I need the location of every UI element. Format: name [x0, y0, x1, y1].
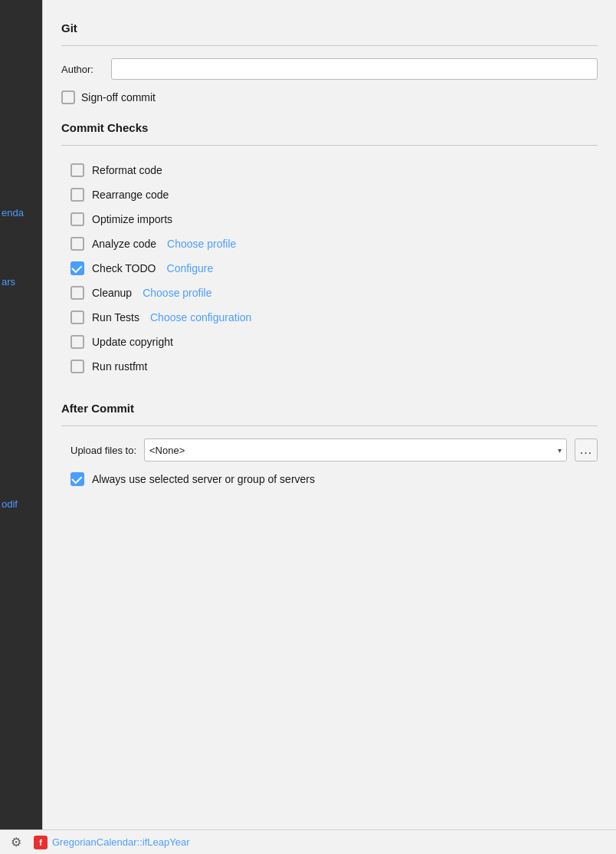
analyze-choose-profile-link[interactable]: Choose profile — [167, 238, 236, 250]
run-rustfmt-checkbox[interactable] — [70, 360, 84, 373]
author-row: Author: — [61, 58, 598, 80]
update-copyright-label: Update copyright — [92, 336, 173, 348]
always-use-checkbox[interactable] — [70, 472, 84, 486]
git-divider — [61, 45, 598, 46]
rearrange-checkbox[interactable] — [70, 188, 84, 202]
check-item-check-todo: Check TODO Configure — [61, 256, 598, 281]
cleanup-label: Cleanup — [92, 287, 132, 299]
git-commit-dialog: Git Author: Sign-off commit Commit Check… — [42, 0, 616, 854]
check-item-run-rustfmt: Run rustfmt — [61, 354, 598, 379]
rearrange-label: Rearrange code — [92, 189, 169, 201]
upload-files-row: Upload files to: <None> ▾ ... — [61, 438, 598, 461]
function-name: GregorianCalendar::ifLeapYear — [52, 836, 189, 848]
check-item-reformat: Reformat code — [61, 158, 598, 182]
check-item-rearrange: Rearrange code — [61, 182, 598, 207]
author-label: Author: — [61, 64, 103, 75]
check-todo-label: Check TODO — [92, 262, 156, 274]
sidebar-text-3: odif — [2, 498, 18, 510]
after-commit-section: After Commit Upload files to: <None> ▾ .… — [61, 402, 598, 486]
reformat-checkbox[interactable] — [70, 163, 84, 177]
always-use-row: Always use selected server or group of s… — [61, 472, 598, 486]
upload-select[interactable]: <None> ▾ — [144, 438, 567, 461]
chevron-down-icon: ▾ — [558, 446, 562, 455]
run-tests-label: Run Tests — [92, 311, 139, 324]
gear-icon[interactable]: ⚙ — [8, 834, 25, 851]
check-todo-configure-link[interactable]: Configure — [167, 262, 214, 274]
always-use-label: Always use selected server or group of s… — [92, 473, 315, 485]
check-item-cleanup: Cleanup Choose profile — [61, 281, 598, 305]
analyze-label: Analyze code — [92, 238, 156, 250]
commit-checks-title: Commit Checks — [61, 121, 598, 134]
author-input[interactable] — [111, 58, 598, 80]
git-section-title: Git — [61, 21, 598, 34]
signoff-row: Sign-off commit — [61, 90, 598, 104]
signoff-checkbox[interactable] — [61, 90, 75, 104]
reformat-label: Reformat code — [92, 164, 162, 176]
check-item-update-copyright: Update copyright — [61, 330, 598, 354]
sidebar-background: enda ars odif — [0, 0, 42, 854]
signoff-label: Sign-off commit — [81, 91, 156, 103]
check-item-analyze: Analyze code Choose profile — [61, 232, 598, 256]
optimize-label: Optimize imports — [92, 213, 172, 225]
cleanup-choose-profile-link[interactable]: Choose profile — [143, 287, 211, 299]
update-copyright-checkbox[interactable] — [70, 335, 84, 349]
check-todo-checkbox[interactable] — [70, 261, 84, 275]
status-bar: ⚙ f GregorianCalendar::ifLeapYear — [0, 829, 616, 854]
cleanup-checkbox[interactable] — [70, 286, 84, 300]
after-commit-title: After Commit — [61, 402, 598, 415]
sidebar-text-1: enda — [2, 207, 24, 218]
upload-label: Upload files to: — [70, 445, 136, 456]
sidebar-text-2: ars — [2, 276, 15, 287]
analyze-checkbox[interactable] — [70, 237, 84, 251]
run-tests-checkbox[interactable] — [70, 310, 84, 324]
check-item-optimize: Optimize imports — [61, 207, 598, 232]
gear-icon-glyph: ⚙ — [11, 835, 21, 849]
commit-checks-divider — [61, 145, 598, 146]
function-info: f GregorianCalendar::ifLeapYear — [34, 836, 189, 849]
run-tests-choose-config-link[interactable]: Choose configuration — [150, 311, 251, 324]
upload-dots-button[interactable]: ... — [575, 438, 598, 461]
check-item-run-tests: Run Tests Choose configuration — [61, 305, 598, 330]
commit-checks-section: Commit Checks Reformat code Rearrange co… — [61, 121, 598, 379]
upload-select-value: <None> — [149, 445, 185, 456]
after-commit-divider — [61, 425, 598, 426]
function-badge: f — [34, 836, 48, 849]
optimize-checkbox[interactable] — [70, 212, 84, 226]
run-rustfmt-label: Run rustfmt — [92, 360, 147, 373]
